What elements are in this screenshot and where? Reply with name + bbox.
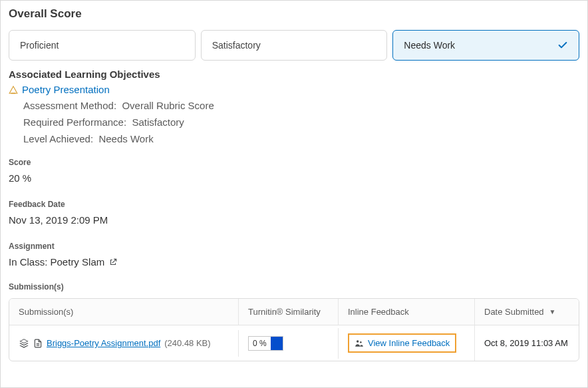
alo-details: Assessment Method: Overall Rubric Score …: [23, 98, 579, 147]
score-tiles: Proficient Satisfactory Needs Work: [9, 30, 579, 61]
tile-needs-work[interactable]: Needs Work: [392, 30, 579, 61]
feedback-icon: [355, 339, 364, 348]
tile-label: Proficient: [20, 40, 59, 51]
objective-icon: [9, 85, 18, 95]
col-feedback-header[interactable]: Inline Feedback: [339, 299, 475, 325]
table-row: Briggs-Poetry Assignment.pdf (240.48 KB)…: [9, 325, 579, 361]
col-similarity-header[interactable]: Turnitin® Similarity: [239, 299, 339, 325]
col-submission-header[interactable]: Submission(s): [9, 299, 239, 325]
file-size: (240.48 KB): [164, 338, 210, 348]
document-icon: [33, 338, 43, 349]
similarity-indicator[interactable]: 0 %: [248, 336, 283, 351]
similarity-swatch: [271, 336, 283, 351]
required-perf-value: Satisfactory: [132, 116, 184, 128]
svg-marker-0: [9, 86, 17, 93]
submissions-label: Submission(s): [9, 282, 579, 291]
cell-submission: Briggs-Poetry Assignment.pdf (240.48 KB): [9, 330, 239, 357]
feedback-date-label: Feedback Date: [9, 200, 579, 209]
score-value: 20 %: [9, 172, 579, 184]
required-perf-row: Required Performance: Satisfactory: [23, 114, 579, 131]
required-perf-label: Required Performance:: [23, 116, 126, 128]
feedback-date-value: Nov 13, 2019 2:09 PM: [9, 214, 579, 226]
level-achieved-row: Level Achieved: Needs Work: [23, 131, 579, 148]
submission-file-link[interactable]: Briggs-Poetry Assignment.pdf: [47, 338, 160, 348]
col-date-text: Date Submitted: [484, 307, 544, 317]
view-inline-feedback-link[interactable]: View Inline Feedback: [368, 338, 450, 348]
assignment-label: Assignment: [9, 242, 579, 251]
sort-desc-icon: ▼: [549, 308, 556, 315]
tile-proficient[interactable]: Proficient: [9, 30, 196, 61]
table-header-row: Submission(s) Turnitin® Similarity Inlin…: [9, 299, 579, 325]
score-label: Score: [9, 158, 579, 167]
alo-heading: Associated Learning Objectives: [9, 69, 579, 80]
tile-label: Needs Work: [404, 40, 455, 51]
cell-similarity: 0 %: [239, 328, 339, 359]
assignment-value: In Class: Poetry Slam: [9, 256, 579, 268]
overall-score-heading: Overall Score: [9, 7, 579, 21]
alo-link[interactable]: Poetry Presentation: [22, 84, 110, 95]
similarity-value: 0 %: [249, 339, 271, 348]
check-icon: [557, 40, 568, 51]
svg-point-5: [360, 341, 362, 343]
level-achieved-label: Level Achieved:: [23, 133, 93, 144]
cell-date: Oct 8, 2019 11:03 AM: [475, 330, 579, 356]
tile-satisfactory[interactable]: Satisfactory: [201, 30, 388, 61]
cell-inline-feedback: View Inline Feedback: [339, 325, 475, 361]
submissions-table: Submission(s) Turnitin® Similarity Inlin…: [9, 298, 579, 361]
submission-stack-icon: [19, 338, 29, 349]
alo-link-row: Poetry Presentation: [9, 84, 579, 95]
svg-point-4: [357, 340, 359, 342]
assignment-text: In Class: Poetry Slam: [9, 256, 104, 268]
assessment-method-row: Assessment Method: Overall Rubric Score: [23, 98, 579, 114]
inline-feedback-highlight: View Inline Feedback: [348, 333, 456, 353]
feedback-page: Overall Score Proficient Satisfactory Ne…: [0, 0, 588, 388]
assignment-link-icon[interactable]: [108, 258, 118, 267]
col-date-header[interactable]: Date Submitted ▼: [475, 299, 579, 325]
assessment-method-label: Assessment Method:: [23, 100, 116, 111]
tile-label: Satisfactory: [212, 40, 261, 51]
level-achieved-value: Needs Work: [98, 133, 153, 144]
assessment-method-value: Overall Rubric Score: [122, 100, 214, 111]
